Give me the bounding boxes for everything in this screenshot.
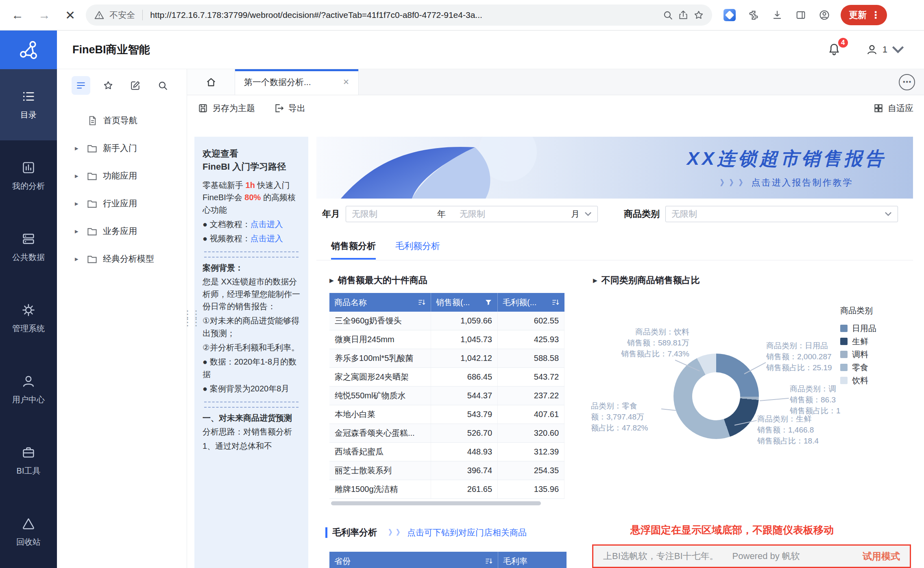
panel-resize-handle[interactable]: ⋮⋮⋮⋮	[183, 310, 200, 326]
table-horizontal-scrollbar[interactable]	[331, 501, 563, 505]
column-header-province[interactable]: 省份	[329, 552, 498, 568]
tab-profit-analysis[interactable]: 毛利额分析	[395, 240, 440, 260]
tab-first-analysis[interactable]: 第一个数据分析... ✕	[235, 69, 359, 95]
column-header-margin[interactable]: 毛利率	[498, 552, 567, 568]
table-row[interactable]: 丽芝士散装系列396.74254.35	[329, 461, 564, 480]
chevron-down-icon	[885, 212, 892, 216]
filter-funnel-icon[interactable]	[484, 298, 493, 306]
case-data: ● 数据：2020年1-8月的数据	[203, 356, 300, 380]
app-logo[interactable]	[0, 31, 57, 69]
collapse-triangle-icon[interactable]: ▶	[593, 277, 597, 284]
profile-icon[interactable]	[819, 9, 830, 21]
margin-table-header: 省份 毛利率	[329, 552, 567, 568]
category-donut-chart[interactable]	[673, 354, 759, 439]
dashed-divider	[204, 402, 299, 402]
table-row[interactable]: 本地小白菜543.79407.61	[329, 405, 564, 424]
side-panel-icon[interactable]	[795, 9, 806, 21]
expand-caret-icon[interactable]: ▸	[75, 255, 83, 263]
table-row[interactable]: 纯悦550ml矿物质水544.37237.22	[329, 387, 564, 405]
adaptive-button[interactable]: 自适应	[873, 103, 913, 114]
collapse-triangle-icon[interactable]: ▶	[329, 277, 334, 284]
margin-section-header: 毛利率分析 》》点击可下钻到对应门店相关商品	[325, 526, 527, 539]
address-bar[interactable]: 不安全 http://172.16.7.178:37799/webroot/de…	[86, 4, 712, 26]
tree-item-industry-apps[interactable]: ▸ 行业应用	[57, 190, 187, 217]
tree-item-home-nav[interactable]: 首页导航	[57, 107, 187, 134]
table-row[interactable]: 微爽日用245mm1,045.73425.93	[329, 330, 564, 349]
table-row[interactable]: 家之寓圆形24夹晒架686.45543.72	[329, 368, 564, 387]
sidebar-item-bi-tools[interactable]: BI工具	[0, 425, 57, 496]
year-unit: 年	[437, 208, 446, 220]
tree-item-getting-started[interactable]: ▸ 新手入门	[57, 134, 187, 162]
analysis-tabs: 销售额分析 毛利额分析	[331, 240, 440, 260]
sidebar-item-recycle-bin[interactable]: 回收站	[0, 496, 57, 568]
legend-item-daily[interactable]: 日用品	[840, 322, 876, 335]
table-row[interactable]: 雕牌1500g洗洁精261.65135.96	[329, 480, 564, 499]
legend-item-fresh[interactable]: 生鲜	[840, 335, 876, 348]
table-row[interactable]: 金冠森香颂夹心蛋糕...526.70320.60	[329, 424, 564, 443]
drilldown-link[interactable]: 》》点击可下钻到对应门店相关商品	[388, 527, 527, 538]
sort-icon[interactable]	[418, 298, 426, 306]
close-tab-icon[interactable]: ✕	[343, 77, 349, 87]
column-header-product[interactable]: 商品名称	[329, 293, 431, 312]
search-icon[interactable]	[662, 10, 673, 20]
browser-menu-icon[interactable]: ⋮	[871, 9, 880, 21]
table-row[interactable]: 西域香妃蜜瓜448.93312.39	[329, 443, 564, 461]
url-text[interactable]: http://172.16.7.178:37799/webroot/decisi…	[150, 10, 658, 20]
expand-caret-icon[interactable]: ▸	[75, 144, 83, 153]
sidebar-item-admin[interactable]: 管理系统	[0, 283, 57, 354]
chevron-down-icon	[891, 43, 904, 56]
expand-caret-icon[interactable]: ▸	[75, 172, 83, 180]
legend-item-seasoning[interactable]: 调料	[840, 348, 876, 361]
browser-update-button[interactable]: 更新 ⋮	[841, 5, 887, 25]
save-as-theme-button[interactable]: 另存为主题	[198, 103, 255, 114]
home-tab[interactable]	[187, 69, 235, 95]
chevrons-icon: 》》》	[720, 178, 748, 187]
share-icon[interactable]	[678, 10, 689, 20]
video-tutorial-link[interactable]: 点击进入	[251, 234, 283, 243]
legend-item-snack[interactable]: 零食	[840, 361, 876, 374]
year-month-filter[interactable]: 无限制 年 无限制 月	[346, 206, 598, 222]
more-tabs-button[interactable]: ⋯	[899, 74, 915, 90]
expand-caret-icon[interactable]: ▸	[75, 199, 83, 208]
pinned-extension-icon[interactable]	[724, 9, 736, 21]
export-button[interactable]: 导出	[274, 103, 305, 114]
notification-badge: 4	[837, 37, 849, 49]
legend-item-drink[interactable]: 饮料	[840, 374, 876, 387]
swatch-icon	[840, 325, 848, 332]
downloads-icon[interactable]	[771, 9, 783, 21]
sidebar-item-my-analysis[interactable]: 我的分析	[0, 140, 57, 212]
search-tree-button[interactable]	[153, 76, 172, 95]
sidebar-item-user-center[interactable]: 用户中心	[0, 354, 57, 425]
table-row[interactable]: 三全960g奶香馒头1,059.66602.55	[329, 312, 564, 330]
sort-icon[interactable]	[551, 298, 560, 306]
column-header-sales[interactable]: 销售额(...	[431, 293, 498, 312]
sidebar-item-catalog[interactable]: 目录	[0, 69, 57, 140]
browser-forward-button[interactable]: →	[38, 8, 50, 22]
bookmark-star-icon[interactable]	[693, 10, 704, 20]
sort-icon[interactable]	[485, 557, 493, 565]
column-header-profit[interactable]: 毛利额(...	[498, 293, 564, 312]
favorites-button[interactable]	[99, 76, 118, 95]
tab-sales-analysis[interactable]: 销售额分析	[331, 240, 376, 260]
tree-item-function-apps[interactable]: ▸ 功能应用	[57, 162, 187, 190]
expand-caret-icon[interactable]: ▸	[75, 227, 83, 236]
tree-item-business-apps[interactable]: ▸ 业务应用	[57, 217, 187, 245]
user-menu[interactable]: 1	[865, 43, 904, 56]
doc-tutorial-link[interactable]: 点击进入	[251, 220, 283, 229]
table-row[interactable]: 养乐多100ml*5乳酸菌1,042.12588.58	[329, 349, 564, 368]
notifications-button[interactable]: 4	[827, 42, 842, 57]
sidebar-item-label: BI工具	[17, 465, 41, 476]
banner-tutorial-link[interactable]: 》》》点击进入报告制作教学	[687, 177, 886, 189]
sidebar-item-public-data[interactable]: 公共数据	[0, 212, 57, 283]
new-analysis-button[interactable]	[126, 76, 145, 95]
trial-mode-link[interactable]: 试用模式	[863, 550, 900, 563]
browser-stop-button[interactable]: ✕	[65, 8, 75, 22]
list-view-button[interactable]	[72, 76, 90, 95]
category-filter[interactable]: 无限制	[665, 206, 898, 222]
tree-item-classic-models[interactable]: ▸ 经典分析模型	[57, 245, 187, 273]
case-body: 您是 XX连锁超市的数据分析师，经理希望您能制作一份日常的销售报告：	[203, 275, 300, 312]
user-center-icon	[21, 374, 36, 389]
browser-back-button[interactable]: ←	[11, 8, 24, 22]
case-point-1: ①对未来的商品进货能够得出预测；	[203, 315, 300, 339]
extensions-puzzle-icon[interactable]	[748, 9, 759, 21]
